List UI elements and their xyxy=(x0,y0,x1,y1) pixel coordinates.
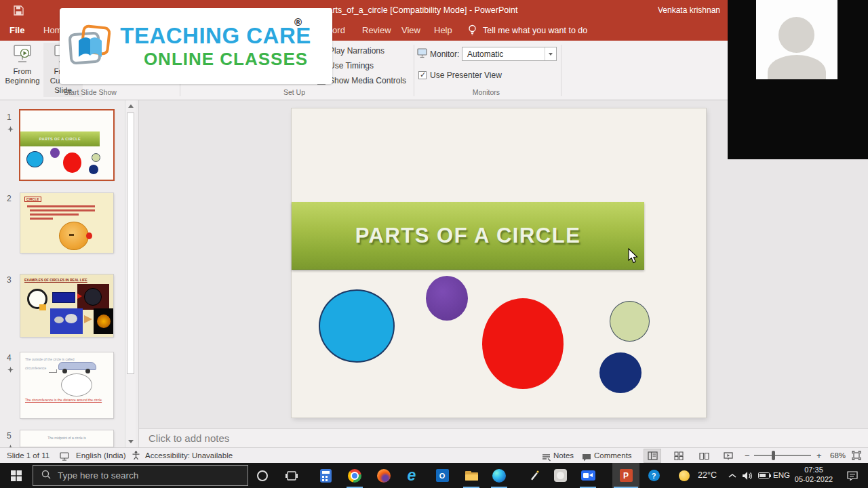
calculator-app-icon[interactable] xyxy=(312,463,339,488)
shape-circle-navy[interactable] xyxy=(599,352,642,393)
start-button[interactable] xyxy=(0,463,33,488)
mini-blue-rect xyxy=(52,292,75,303)
shape-circle-blue[interactable] xyxy=(319,289,395,363)
slide-number: 4 xyxy=(7,353,12,363)
shape-circle-purple[interactable] xyxy=(426,276,468,321)
tab-view[interactable]: View xyxy=(401,25,420,35)
thumbnail-slide-1[interactable]: PARTS OF A CIRCLE xyxy=(20,110,113,180)
animation-star-icon xyxy=(7,123,14,135)
mini-drums-panel xyxy=(50,308,83,334)
from-beginning-button[interactable]: From Beginning xyxy=(3,43,42,97)
scroll-up-icon[interactable] xyxy=(128,104,134,108)
edge-app-icon[interactable] xyxy=(486,463,513,488)
mini-circle-navy xyxy=(89,165,98,174)
tell-me-box[interactable]: Tell me what you want to do xyxy=(483,26,587,35)
monitor-dropdown-value: Automatic xyxy=(467,49,503,59)
normal-view-button[interactable] xyxy=(644,449,661,463)
language-status[interactable]: English (India) xyxy=(76,451,126,460)
language-indicator[interactable]: ENG xyxy=(773,471,790,479)
group-monitors: Monitors xyxy=(459,88,513,96)
registered-mark: ® xyxy=(294,16,302,28)
mini-slide4-line2: circumference xyxy=(25,366,46,370)
animation-star-icon xyxy=(7,363,14,375)
mini-text-line xyxy=(30,209,95,211)
fit-to-window-icon[interactable] xyxy=(852,451,861,463)
gray-app-icon[interactable] xyxy=(547,463,574,488)
group-set-up: Set Up xyxy=(270,88,319,96)
reading-view-button[interactable] xyxy=(695,449,713,463)
taskbar: e O xyxy=(0,463,868,488)
task-view-icon[interactable] xyxy=(278,463,305,488)
zoom-out-button[interactable]: − xyxy=(745,451,750,461)
chevron-down-icon[interactable] xyxy=(545,47,556,60)
slide-canvas[interactable]: PARTS OF A CIRCLE xyxy=(292,108,706,418)
accessibility-icon[interactable] xyxy=(132,451,140,463)
tab-review[interactable]: Review xyxy=(362,25,391,35)
thumbnail-slide-2[interactable]: CIRCLE xyxy=(20,193,113,253)
internet-explorer-app-icon[interactable]: e xyxy=(398,463,425,488)
zoom-level[interactable]: 68% xyxy=(830,451,846,460)
outlook-app-icon[interactable]: O xyxy=(429,463,456,488)
group-start-slide-show: Start Slide Show xyxy=(60,88,121,96)
save-icon[interactable] xyxy=(14,5,24,18)
shape-circle-pale-green[interactable] xyxy=(610,301,650,342)
slide-title-banner[interactable]: PARTS OF A CIRCLE xyxy=(292,202,644,270)
file-explorer-app-icon[interactable] xyxy=(458,463,485,488)
chrome-app-icon[interactable] xyxy=(341,463,368,488)
from-beginning-icon xyxy=(13,45,32,68)
display-settings-icon[interactable] xyxy=(60,451,69,464)
slide-indicator[interactable]: Slide 1 of 11 xyxy=(7,451,50,460)
clock-date: 05-02-2022 xyxy=(789,474,839,484)
zoom-in-button[interactable]: + xyxy=(816,451,822,461)
search-input[interactable] xyxy=(58,470,227,481)
slide-number: 2 xyxy=(7,194,12,203)
mini-connector xyxy=(49,369,57,373)
notes-pane[interactable]: Click to add notes xyxy=(139,428,868,447)
slide-sorter-view-button[interactable] xyxy=(670,449,688,463)
mini-glow-panel xyxy=(94,308,113,334)
taskbar-search[interactable] xyxy=(33,465,248,486)
help-tray-icon[interactable]: ? xyxy=(641,463,667,488)
ink-pen-icon[interactable] xyxy=(520,463,547,488)
video-meeting-app-icon[interactable] xyxy=(574,463,601,488)
zoom-slider-thumb[interactable] xyxy=(772,451,775,460)
thumbnail-slide-4[interactable]: The outside of the circle is called circ… xyxy=(20,352,113,418)
use-presenter-view-checkbox[interactable]: Use Presenter View xyxy=(418,70,502,80)
mini-slide4-footer: The circumference is the distance around… xyxy=(25,398,109,403)
checkbox-checked-icon xyxy=(418,71,427,79)
account-name[interactable]: Venkata krishnan xyxy=(644,5,720,15)
shape-circle-red[interactable] xyxy=(482,298,564,389)
scrollbar-thumb[interactable] xyxy=(127,113,134,374)
thumbnail-slide-3[interactable]: EXAMPLES OF CIRCLES IN REAL LIFE xyxy=(20,274,113,337)
thumbnail-slide-5[interactable]: The midpoint of a circle is xyxy=(20,430,113,447)
notes-toggle[interactable]: Notes xyxy=(553,451,574,460)
slide-number: 1 xyxy=(7,113,12,122)
mini-wheel xyxy=(62,369,67,373)
scroll-down-icon[interactable] xyxy=(128,440,134,443)
webcam-panel[interactable] xyxy=(728,0,868,159)
accessibility-status[interactable]: Accessibility: Unavailable xyxy=(145,451,233,460)
weather-sun-icon[interactable] xyxy=(673,463,696,488)
slide-show-view-button[interactable] xyxy=(719,449,737,463)
webcam-video xyxy=(756,0,837,79)
cortana-icon[interactable] xyxy=(249,463,276,488)
mini-slide4-line1: The outside of the circle is called xyxy=(25,357,75,361)
mini-slide2-title: CIRCLE xyxy=(24,197,41,202)
lightbulb-icon xyxy=(468,24,477,39)
clock[interactable]: 07:35 05-02-2022 xyxy=(789,465,839,486)
comments-toggle[interactable]: Comments xyxy=(594,451,632,460)
monitor-dropdown[interactable]: Automatic xyxy=(462,47,557,61)
zoom-slider-track[interactable] xyxy=(754,455,811,456)
avatar xyxy=(778,17,814,53)
powerpoint-app-icon[interactable]: P xyxy=(612,463,639,488)
ribbon-divider xyxy=(561,45,561,96)
firefox-app-icon[interactable] xyxy=(370,463,397,488)
action-center-icon[interactable] xyxy=(841,463,864,488)
search-icon xyxy=(41,470,51,482)
slide-title: PARTS OF A CIRCLE xyxy=(355,224,581,248)
temperature-label[interactable]: 22°C xyxy=(698,470,717,480)
tab-file[interactable]: File xyxy=(9,25,24,35)
tab-help[interactable]: Help xyxy=(434,25,452,35)
battery-icon[interactable] xyxy=(754,463,773,488)
thumbnail-scrollbar[interactable] xyxy=(125,100,136,447)
